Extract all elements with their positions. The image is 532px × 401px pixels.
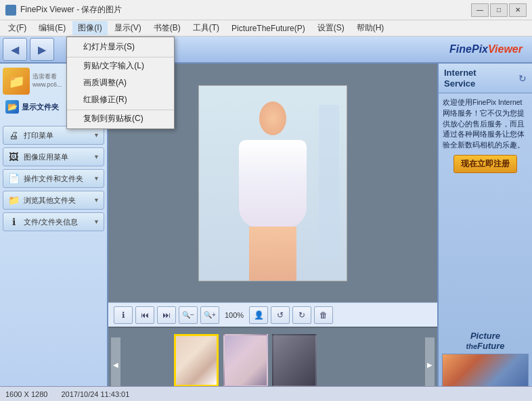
image-app-label: 图像应用菜单 <box>24 152 89 162</box>
watermark: 迅雷看看www.pc6... <box>32 73 62 89</box>
datetime: 2017/10/24 11:43:01 <box>61 390 129 398</box>
status-bar: 1600 X 1280 2017/10/24 11:43:01 <box>0 386 532 401</box>
toolbar-back-button[interactable]: ◀ <box>3 38 27 61</box>
thumb-next-button[interactable]: ▶ <box>425 337 435 392</box>
thumb-image-4 <box>272 334 317 387</box>
sidebar-btn-file-info[interactable]: ℹ 文件/文件夹信息 ▼ <box>3 212 104 231</box>
image-content <box>199 86 347 281</box>
internet-service-header: InternetService ↻ <box>439 64 532 93</box>
menu-help[interactable]: 帮助(H) <box>351 21 390 35</box>
folder-icon: 📂 <box>5 100 19 114</box>
toolbar-forward-button[interactable]: ▶ <box>30 38 54 61</box>
context-menu-copy-clipboard[interactable]: 复制到剪贴板(C) <box>67 110 174 127</box>
thumb-image-1 <box>125 334 169 387</box>
file-info-icon: ℹ <box>7 216 20 228</box>
title-logo <box>5 5 16 16</box>
picture-future-logo: PicturetheFuture <box>439 329 532 354</box>
figure-legs <box>249 227 296 281</box>
context-menu-quality[interactable]: 画质调整(A) <box>67 74 174 91</box>
window-controls: — □ ✕ <box>471 3 527 17</box>
figure-head <box>259 101 286 135</box>
minimize-button[interactable]: — <box>471 3 489 17</box>
close-button[interactable]: ✕ <box>509 3 527 17</box>
last-button[interactable]: ⏭ <box>157 306 176 324</box>
thumb-image-2 <box>174 334 219 387</box>
browse-label: 浏览其他文件夹 <box>24 195 89 206</box>
right-panel: InternetService ↻ 欢迎使用FinePix Internet网络… <box>437 64 532 401</box>
sidebar-btn-file-ops[interactable]: 📄 操作文件和文件夹 ▼ <box>3 169 104 188</box>
menu-settings[interactable]: 设置(S) <box>312 21 350 35</box>
sidebar-btn-browse[interactable]: 📁 浏览其他文件夹 ▼ <box>3 191 104 210</box>
delete-button[interactable]: 🗑 <box>314 306 333 324</box>
internet-service-body: 欢迎使用FinePix Internet网络服务！它不仅为您提供放心的售后服务，… <box>439 93 532 329</box>
print-icon: 🖨 <box>7 129 20 141</box>
zoom-in-button[interactable]: 🔍+ <box>200 306 219 324</box>
browse-arrow: ▼ <box>93 197 99 204</box>
file-ops-arrow: ▼ <box>93 175 99 182</box>
menu-tools[interactable]: 工具(T) <box>187 21 225 35</box>
print-arrow: ▼ <box>93 132 99 139</box>
maximize-button[interactable]: □ <box>490 3 508 17</box>
rotate-right-button[interactable]: ↻ <box>292 306 311 324</box>
menu-file[interactable]: 文(F) <box>3 21 32 35</box>
sidebar-logo: 📁 <box>3 68 30 95</box>
image-app-arrow: ▼ <box>93 154 99 160</box>
figure-body <box>239 140 307 228</box>
menu-image[interactable]: 图像(I) <box>72 21 107 35</box>
sidebar-btn-image-app[interactable]: 🖼 图像应用菜单 ▼ <box>3 147 104 166</box>
menu-bar: 文(F) 编辑(E) 图像(I) 显示(V) 书签(B) 工具(T) Pictu… <box>0 20 532 37</box>
person-button[interactable]: 👤 <box>249 306 268 324</box>
image-toolbar: ℹ ⏮ ⏭ 🔍− 🔍+ 100% 👤 ↺ ↻ 🗑 <box>108 302 437 327</box>
file-ops-icon: 📄 <box>7 172 20 185</box>
menu-bookmark[interactable]: 书签(B) <box>148 21 186 35</box>
menu-picturethefuture[interactable]: PictureTheFuture(P) <box>226 22 311 34</box>
title-bar: FinePix Viewer - 保存的图片 — □ ✕ <box>0 0 532 20</box>
thumb-image-3 <box>223 334 268 387</box>
browse-icon: 📁 <box>7 194 20 206</box>
internet-service-title: InternetService <box>444 68 476 89</box>
context-menu-redeye[interactable]: 红眼修正(R) <box>67 91 174 108</box>
refresh-icon[interactable]: ↻ <box>518 73 527 84</box>
image-dimensions: 1600 X 1280 <box>5 390 47 398</box>
zoom-out-button[interactable]: 🔍− <box>179 306 198 324</box>
main-image <box>198 85 347 281</box>
show-folder-label: 显示文件夹 <box>22 102 59 112</box>
info-button[interactable]: ℹ <box>114 306 133 324</box>
thumb-prev-button[interactable]: ◀ <box>111 337 120 392</box>
context-menu: 幻灯片显示(S) 剪贴/文字输入(L) 画质调整(A) 红眼修正(R) 复制到剪… <box>66 37 175 129</box>
context-menu-paste-text[interactable]: 剪贴/文字输入(L) <box>67 57 174 74</box>
shower-bar <box>319 105 339 260</box>
first-button[interactable]: ⏮ <box>135 306 154 324</box>
picture-future-text: PicturetheFuture <box>441 331 529 351</box>
print-label: 打印菜单 <box>24 131 89 141</box>
menu-edit[interactable]: 编辑(E) <box>33 21 71 35</box>
service-description: 欢迎使用FinePix Internet网络服务！它不仅为您提供放心的售后服务，… <box>443 97 528 151</box>
menu-display[interactable]: 显示(V) <box>109 21 147 35</box>
file-info-arrow: ▼ <box>93 218 99 225</box>
file-info-label: 文件/文件夹信息 <box>24 217 89 227</box>
file-ops-label: 操作文件和文件夹 <box>24 174 89 184</box>
context-menu-slideshow[interactable]: 幻灯片显示(S) <box>67 39 174 55</box>
zoom-level: 100% <box>222 311 246 319</box>
register-button[interactable]: 现在立即注册 <box>453 155 517 173</box>
image-app-icon: 🖼 <box>7 151 20 163</box>
rotate-left-button[interactable]: ↺ <box>271 306 290 324</box>
title-text: FinePix Viewer - 保存的图片 <box>20 4 471 16</box>
